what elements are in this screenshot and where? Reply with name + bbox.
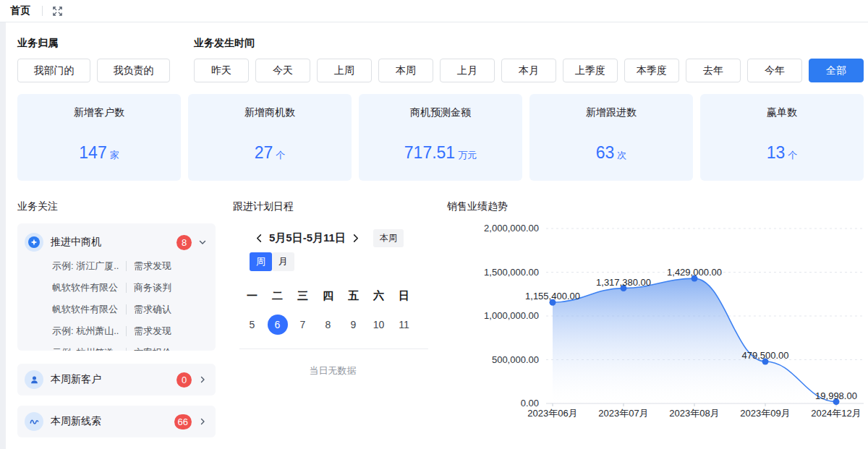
weekday-label: 四 <box>315 289 341 303</box>
day-cell[interactable]: 10 <box>366 315 391 335</box>
this-week-button[interactable]: 本周 <box>373 229 404 247</box>
stat-card-unit: 次 <box>617 150 626 161</box>
stat-card-title: 新增商机数 <box>188 106 352 119</box>
stat-card-title: 新增客户数 <box>17 106 181 119</box>
stat-card-value: 13 <box>767 143 786 162</box>
watch-group-opportunities: 推进中商机 8 示例: 浙江广厦... 需求发现 帆软软件有限公... <box>17 223 216 351</box>
stat-card-new-opportunities: 新增商机数 27个 <box>188 94 352 181</box>
opportunities-header[interactable]: 推进中商机 8 <box>25 229 207 255</box>
svg-text:1,317,380.00: 1,317,380.00 <box>596 277 651 288</box>
day-cell[interactable]: 8 <box>315 315 341 335</box>
week-view-toggle[interactable]: 周 <box>250 252 272 271</box>
calendar-prev-button[interactable] <box>253 233 265 244</box>
svg-text:479,500.00: 479,500.00 <box>741 350 788 361</box>
weekday-label: 六 <box>366 289 391 303</box>
expand-fullscreen-icon[interactable] <box>49 3 65 19</box>
business-watch-section: 业务关注 推进中商机 8 <box>17 200 216 437</box>
svg-text:2024年12月: 2024年12月 <box>811 408 861 419</box>
stat-card-won-deals: 赢单数 13个 <box>700 94 864 181</box>
filter-group-ownership: 业务归属 我部门的 我负责的 <box>17 37 194 82</box>
month-view-toggle[interactable]: 月 <box>272 252 294 271</box>
divider <box>126 261 127 271</box>
opportunity-row[interactable]: 示例: 杭州萧山... 需求发现 <box>25 320 207 342</box>
stat-card-unit: 家 <box>110 150 119 161</box>
svg-text:1,429,000.00: 1,429,000.00 <box>667 267 722 278</box>
day-cell[interactable]: 7 <box>290 315 315 335</box>
person-icon <box>25 370 43 389</box>
watch-group-new-customers[interactable]: 本周新客户 0 <box>17 364 216 395</box>
stat-card-value: 717.51 <box>404 143 455 162</box>
followup-calendar-title: 跟进计划日程 <box>233 200 435 213</box>
date-row: 5 6 7 8 9 10 11 <box>233 315 435 335</box>
svg-text:2023年09月: 2023年09月 <box>740 408 790 419</box>
filter-section: 业务归属 我部门的 我负责的 业务发生时间 昨天 今天 上周 本周 上月 本月 … <box>17 37 865 82</box>
divider <box>126 348 127 351</box>
watch-group-new-leads[interactable]: 本周新线索 66 <box>17 406 216 437</box>
svg-text:500,000.00: 500,000.00 <box>492 354 539 365</box>
chevron-down-icon <box>198 238 207 247</box>
calendar-empty-text: 当日无数据 <box>239 364 426 377</box>
watch-group-label: 推进中商机 <box>51 236 176 249</box>
time-filter-label: 业务发生时间 <box>194 37 865 50</box>
ownership-filter-label: 业务归属 <box>17 37 194 50</box>
watch-group-label: 本周新客户 <box>51 373 176 386</box>
filter-button-my-responsible[interactable]: 我负责的 <box>97 59 170 82</box>
svg-text:0.00: 0.00 <box>521 398 539 409</box>
filter-button-my-department[interactable]: 我部门的 <box>17 59 90 82</box>
svg-text:2023年06月: 2023年06月 <box>527 408 577 419</box>
weekday-label: 三 <box>290 289 315 303</box>
opportunity-icon <box>25 233 43 252</box>
filter-button-today[interactable]: 今天 <box>255 59 310 82</box>
stat-card-new-followups: 新增跟进数 63次 <box>529 94 693 181</box>
svg-text:1,000,000.00: 1,000,000.00 <box>484 310 539 321</box>
stat-card-title: 商机预测金额 <box>359 106 522 119</box>
weekday-label: 一 <box>239 289 265 303</box>
filter-button-this-year[interactable]: 今年 <box>747 59 802 82</box>
sales-trend-section: 销售业绩趋势 0.00500,000.001,000,000.001,500,0… <box>447 200 865 437</box>
stat-card-title: 新增跟进数 <box>529 106 693 119</box>
leads-wave-icon <box>25 412 43 431</box>
svg-text:19,998.00: 19,998.00 <box>815 390 857 401</box>
divider <box>126 304 127 315</box>
opportunity-name: 帆软软件有限公... <box>52 281 119 294</box>
sales-trend-title: 销售业绩趋势 <box>447 200 865 213</box>
calendar-date-range: 5月5日-5月11日 <box>269 231 346 245</box>
filter-button-last-quarter[interactable]: 上季度 <box>563 59 618 82</box>
divider <box>126 326 127 336</box>
day-cell-selected[interactable]: 6 <box>265 315 290 335</box>
day-cell[interactable]: 5 <box>239 315 265 335</box>
chevron-right-icon <box>198 417 207 426</box>
opportunity-name: 示例: 杭州笕道... <box>52 346 119 351</box>
chevron-right-icon <box>198 375 207 384</box>
tab-bar: 首页 <box>0 0 868 22</box>
filter-button-this-quarter[interactable]: 本季度 <box>624 59 679 82</box>
opportunity-row[interactable]: 帆软软件有限公... 商务谈判 <box>25 277 207 299</box>
calendar-divider <box>239 348 428 349</box>
day-cell[interactable]: 11 <box>391 315 417 335</box>
business-watch-title: 业务关注 <box>17 200 216 213</box>
opportunity-row[interactable]: 示例: 杭州笕道... 方案报价 <box>25 342 207 351</box>
filter-button-this-month[interactable]: 本月 <box>501 59 556 82</box>
day-cell[interactable]: 9 <box>341 315 366 335</box>
stat-card-unit: 个 <box>788 150 797 161</box>
filter-button-last-month[interactable]: 上月 <box>440 59 495 82</box>
filter-button-this-week[interactable]: 本周 <box>378 59 433 82</box>
weekday-label: 二 <box>265 289 290 303</box>
stat-cards-row: 新增客户数 147家 新增商机数 27个 商机预测金额 717.51万元 新增跟… <box>17 94 865 181</box>
opportunity-name: 帆软软件有限公... <box>52 303 119 316</box>
calendar-next-button[interactable] <box>350 233 362 244</box>
filter-group-time: 业务发生时间 昨天 今天 上周 本周 上月 本月 上季度 本季度 去年 今年 全… <box>194 37 865 82</box>
svg-text:1,155,400.00: 1,155,400.00 <box>525 291 580 302</box>
svg-text:2,000,000.00: 2,000,000.00 <box>484 223 539 234</box>
weekday-label: 日 <box>391 289 417 303</box>
filter-button-last-week[interactable]: 上周 <box>317 59 372 82</box>
opportunity-row[interactable]: 示例: 浙江广厦... 需求发现 <box>25 255 207 277</box>
opportunity-row[interactable]: 帆软软件有限公... 需求确认 <box>25 299 207 320</box>
tab-home[interactable]: 首页 <box>0 0 41 22</box>
weekday-header-row: 一 二 三 四 五 六 日 <box>233 289 435 303</box>
filter-button-yesterday[interactable]: 昨天 <box>194 59 249 82</box>
tab-divider <box>42 6 43 16</box>
filter-button-last-year[interactable]: 去年 <box>686 59 741 82</box>
filter-button-all[interactable]: 全部 <box>809 59 864 82</box>
count-badge: 66 <box>174 414 192 429</box>
